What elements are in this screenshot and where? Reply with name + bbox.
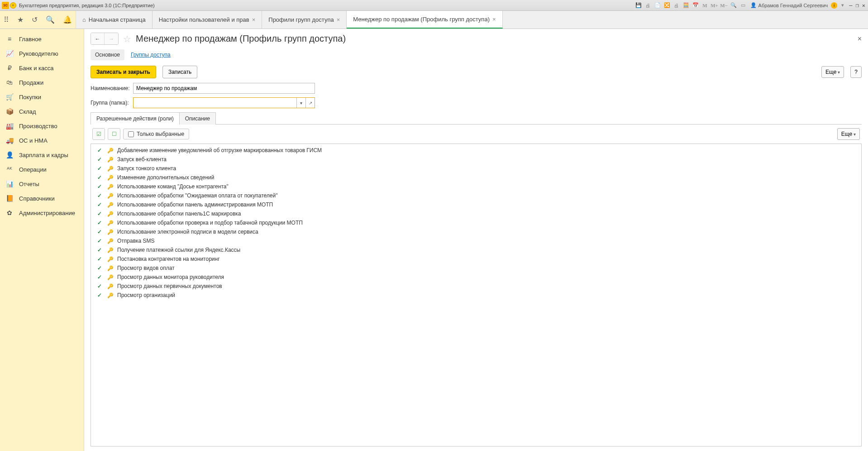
maximize-button[interactable]: ❐	[855, 2, 860, 9]
info-icon[interactable]: i	[831, 2, 837, 9]
role-row[interactable]: ✓🔑Получение платежной ссылки для Яндекс.…	[91, 245, 861, 254]
print-icon[interactable]: 🖨	[644, 1, 652, 10]
close-page-button[interactable]: ×	[858, 35, 862, 43]
uncheck-all-button[interactable]: ☐	[108, 128, 120, 140]
group-dropdown-button[interactable]: ▾	[296, 98, 305, 108]
role-row[interactable]: ✓🔑Постановка контрагентов на мониторинг	[91, 254, 861, 264]
close-icon[interactable]: ×	[337, 16, 340, 23]
sidebar-icon: ₽	[5, 64, 14, 72]
role-label: Использование обработки панель администр…	[117, 202, 273, 208]
sidebar-item-2[interactable]: ₽Банк и касса	[0, 61, 84, 75]
group-open-button[interactable]: ↗	[305, 98, 315, 108]
sidebar-item-4[interactable]: 🛒Покупки	[0, 90, 84, 104]
check-icon: ✓	[97, 229, 104, 235]
minimize-button[interactable]: —	[848, 2, 853, 9]
tab-user-settings[interactable]: Настройки пользователей и прав ×	[153, 11, 262, 29]
favorite-icon[interactable]: ★	[17, 15, 24, 24]
role-row[interactable]: ✓🔑Изменение дополнительных сведений	[91, 173, 861, 182]
calendar-icon[interactable]: 📅	[692, 1, 700, 10]
role-row[interactable]: ✓🔑Использование обработки "Ожидаемая опл…	[91, 191, 861, 200]
key-icon: 🔑	[107, 202, 114, 208]
sidebar-item-7[interactable]: 🚚ОС и НМА	[0, 133, 84, 148]
more-button[interactable]: Еще	[821, 66, 844, 78]
doc-icon[interactable]: 📄	[653, 1, 662, 10]
save-close-button[interactable]: Записать и закрыть	[91, 66, 156, 78]
key-icon: 🔑	[107, 211, 114, 217]
role-row[interactable]: ✓🔑Использование обработки панель админис…	[91, 200, 861, 209]
role-row[interactable]: ✓🔑Отправка SMS	[91, 236, 861, 245]
group-input[interactable]	[134, 98, 296, 108]
inner-tab-roles[interactable]: Разрешенные действия (роли)	[91, 112, 180, 125]
windows-icon[interactable]: ▭	[739, 1, 747, 10]
tab-sales-manager[interactable]: Менеджер по продажам (Профиль групп дост…	[347, 11, 502, 29]
close-icon[interactable]: ×	[252, 16, 256, 23]
m-icon[interactable]: M	[701, 1, 709, 10]
sidebar-item-11[interactable]: 📙Справочники	[0, 191, 84, 206]
save-button[interactable]: Записать	[162, 66, 197, 78]
check-icon: ✓	[97, 256, 104, 262]
sidebar-item-5[interactable]: 📦Склад	[0, 104, 84, 119]
sidebar-item-6[interactable]: 🏭Производство	[0, 119, 84, 133]
m-minus-icon[interactable]: M−	[720, 1, 728, 10]
sidebar-item-12[interactable]: ✿Администрирование	[0, 206, 84, 220]
role-row[interactable]: ✓🔑Добавление изменение уведомлений об от…	[91, 146, 861, 155]
star-icon[interactable]: ☆	[123, 34, 131, 44]
close-icon[interactable]: ×	[492, 16, 496, 23]
bell-icon[interactable]: 🔔	[63, 15, 72, 24]
tab-access-profiles[interactable]: Профили групп доступа ×	[262, 11, 347, 29]
inner-tab-desc[interactable]: Описание	[179, 112, 216, 125]
check-icon: ✓	[97, 220, 104, 226]
tab-home[interactable]: ⌂ Начальная страница	[76, 11, 153, 29]
sidebar-icon: ✿	[5, 209, 14, 216]
role-row[interactable]: ✓🔑Просмотр видов оплат	[91, 264, 861, 273]
role-row[interactable]: ✓🔑Просмотр организаций	[91, 291, 861, 300]
role-label: Запуск веб-клиента	[117, 156, 167, 163]
only-selected-toggle[interactable]: Только выбранные	[123, 129, 189, 139]
app-menu-dropdown[interactable]: ▾	[10, 2, 16, 9]
calc-icon[interactable]: 🧮	[682, 1, 690, 10]
sidebar-label: Банк и касса	[19, 65, 54, 72]
zoom-icon[interactable]: 🔍	[730, 1, 738, 10]
name-input[interactable]	[133, 83, 315, 94]
role-row[interactable]: ✓🔑Использование команд "Досье контрагент…	[91, 182, 861, 191]
role-row[interactable]: ✓🔑Просмотр данных монитора руководителя	[91, 273, 861, 282]
forward-button[interactable]: →	[105, 33, 118, 44]
role-row[interactable]: ✓🔑Использование обработки проверка и под…	[91, 218, 861, 227]
sidebar-item-0[interactable]: ≡Главное	[0, 32, 84, 46]
history-icon[interactable]: ▾	[839, 1, 847, 10]
compare-icon[interactable]: 🔀	[663, 1, 671, 10]
role-label: Использование электронной подписи в моде…	[117, 229, 258, 235]
subtab-main[interactable]: Основное	[91, 49, 124, 60]
action-row: Записать и закрыть Записать Еще ?	[91, 66, 862, 78]
sidebar-item-3[interactable]: 🛍Продажи	[0, 75, 84, 90]
sidebar-item-10[interactable]: 📊Отчеты	[0, 177, 84, 191]
role-row[interactable]: ✓🔑Запуск тонкого клиента	[91, 164, 861, 173]
history-nav-icon[interactable]: ↺	[32, 15, 38, 24]
save-icon[interactable]: 💾	[634, 1, 643, 10]
m-plus-icon[interactable]: M+	[711, 1, 719, 10]
sidebar-item-1[interactable]: 📈Руководителю	[0, 46, 84, 61]
print2-icon[interactable]: 🖨	[672, 1, 681, 10]
page-header: ← → ☆ Менеджер по продажам (Профиль груп…	[91, 33, 862, 45]
sidebar-item-8[interactable]: 👤Зарплата и кадры	[0, 148, 84, 162]
check-icon: ✓	[97, 156, 104, 163]
role-row[interactable]: ✓🔑Просмотр данных первичных документов	[91, 282, 861, 291]
sidebar-icon: ᴬᴷ	[5, 166, 14, 173]
help-button[interactable]: ?	[850, 66, 862, 78]
close-window-button[interactable]: ✕	[861, 2, 866, 9]
role-label: Добавление изменение уведомлений об отгр…	[117, 147, 322, 154]
key-icon: 🔑	[107, 193, 114, 199]
role-row[interactable]: ✓🔑Запуск веб-клиента	[91, 155, 861, 164]
current-user[interactable]: 👤 Абрамов Геннадий Сергеевич	[749, 2, 830, 8]
back-button[interactable]: ←	[91, 33, 105, 44]
search-nav-icon[interactable]: 🔍	[46, 15, 55, 24]
check-all-button[interactable]: ☑	[92, 128, 105, 140]
role-row[interactable]: ✓🔑Использование электронной подписи в мо…	[91, 227, 861, 236]
role-row[interactable]: ✓🔑Использование обработки панель1С марки…	[91, 209, 861, 218]
only-selected-checkbox[interactable]	[128, 131, 134, 137]
subtab-groups[interactable]: Группы доступа	[126, 49, 175, 60]
apps-icon[interactable]: ⠿	[4, 15, 9, 24]
roles-list[interactable]: ✓🔑Добавление изменение уведомлений об от…	[91, 144, 861, 446]
roles-more-button[interactable]: Еще	[837, 128, 860, 140]
sidebar-item-9[interactable]: ᴬᴷОперации	[0, 162, 84, 177]
